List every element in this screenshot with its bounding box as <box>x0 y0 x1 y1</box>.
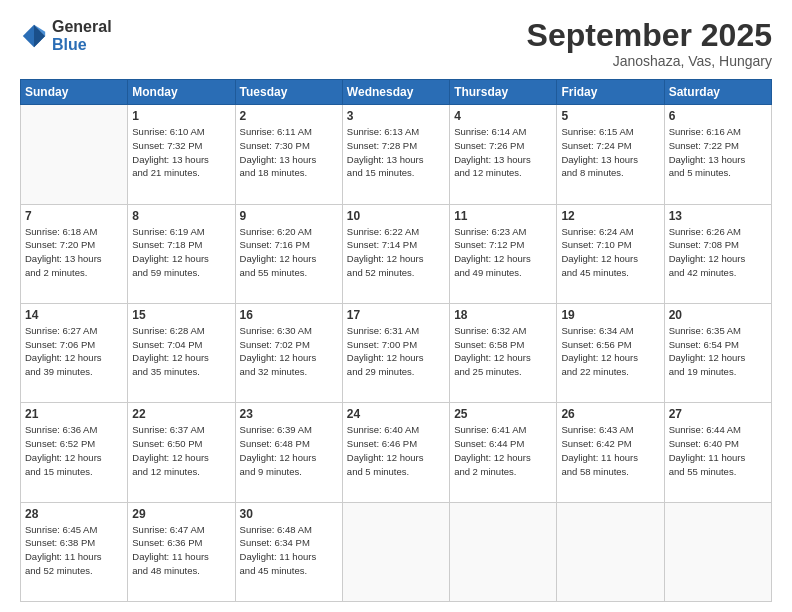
calendar-cell: 5Sunrise: 6:15 AM Sunset: 7:24 PM Daylig… <box>557 105 664 204</box>
calendar-cell: 19Sunrise: 6:34 AM Sunset: 6:56 PM Dayli… <box>557 303 664 402</box>
calendar-week-row: 28Sunrise: 6:45 AM Sunset: 6:38 PM Dayli… <box>21 502 772 601</box>
weekday-header: Saturday <box>664 80 771 105</box>
calendar-cell <box>21 105 128 204</box>
day-info: Sunrise: 6:26 AM Sunset: 7:08 PM Dayligh… <box>669 225 767 280</box>
day-info: Sunrise: 6:45 AM Sunset: 6:38 PM Dayligh… <box>25 523 123 578</box>
calendar-cell <box>450 502 557 601</box>
day-info: Sunrise: 6:28 AM Sunset: 7:04 PM Dayligh… <box>132 324 230 379</box>
day-info: Sunrise: 6:16 AM Sunset: 7:22 PM Dayligh… <box>669 125 767 180</box>
day-info: Sunrise: 6:47 AM Sunset: 6:36 PM Dayligh… <box>132 523 230 578</box>
calendar-cell: 30Sunrise: 6:48 AM Sunset: 6:34 PM Dayli… <box>235 502 342 601</box>
day-number: 4 <box>454 109 552 123</box>
calendar-cell: 10Sunrise: 6:22 AM Sunset: 7:14 PM Dayli… <box>342 204 449 303</box>
day-number: 11 <box>454 209 552 223</box>
calendar-cell <box>557 502 664 601</box>
calendar-cell: 12Sunrise: 6:24 AM Sunset: 7:10 PM Dayli… <box>557 204 664 303</box>
calendar-cell <box>664 502 771 601</box>
logo-text: General Blue <box>52 18 112 53</box>
day-info: Sunrise: 6:23 AM Sunset: 7:12 PM Dayligh… <box>454 225 552 280</box>
svg-marker-1 <box>34 24 45 46</box>
weekday-header: Tuesday <box>235 80 342 105</box>
calendar-cell: 1Sunrise: 6:10 AM Sunset: 7:32 PM Daylig… <box>128 105 235 204</box>
day-info: Sunrise: 6:39 AM Sunset: 6:48 PM Dayligh… <box>240 423 338 478</box>
day-info: Sunrise: 6:15 AM Sunset: 7:24 PM Dayligh… <box>561 125 659 180</box>
day-info: Sunrise: 6:35 AM Sunset: 6:54 PM Dayligh… <box>669 324 767 379</box>
weekday-header: Monday <box>128 80 235 105</box>
calendar-cell: 6Sunrise: 6:16 AM Sunset: 7:22 PM Daylig… <box>664 105 771 204</box>
calendar-cell: 25Sunrise: 6:41 AM Sunset: 6:44 PM Dayli… <box>450 403 557 502</box>
page: General Blue September 2025 Janoshaza, V… <box>0 0 792 612</box>
calendar-week-row: 21Sunrise: 6:36 AM Sunset: 6:52 PM Dayli… <box>21 403 772 502</box>
day-info: Sunrise: 6:24 AM Sunset: 7:10 PM Dayligh… <box>561 225 659 280</box>
day-number: 26 <box>561 407 659 421</box>
day-number: 6 <box>669 109 767 123</box>
day-info: Sunrise: 6:32 AM Sunset: 6:58 PM Dayligh… <box>454 324 552 379</box>
day-number: 17 <box>347 308 445 322</box>
calendar-week-row: 14Sunrise: 6:27 AM Sunset: 7:06 PM Dayli… <box>21 303 772 402</box>
day-number: 9 <box>240 209 338 223</box>
calendar-table: SundayMondayTuesdayWednesdayThursdayFrid… <box>20 79 772 602</box>
day-info: Sunrise: 6:27 AM Sunset: 7:06 PM Dayligh… <box>25 324 123 379</box>
header: General Blue September 2025 Janoshaza, V… <box>20 18 772 69</box>
day-number: 2 <box>240 109 338 123</box>
day-number: 15 <box>132 308 230 322</box>
calendar-week-row: 1Sunrise: 6:10 AM Sunset: 7:32 PM Daylig… <box>21 105 772 204</box>
calendar-cell: 21Sunrise: 6:36 AM Sunset: 6:52 PM Dayli… <box>21 403 128 502</box>
calendar-cell: 16Sunrise: 6:30 AM Sunset: 7:02 PM Dayli… <box>235 303 342 402</box>
calendar-cell: 26Sunrise: 6:43 AM Sunset: 6:42 PM Dayli… <box>557 403 664 502</box>
calendar-cell: 20Sunrise: 6:35 AM Sunset: 6:54 PM Dayli… <box>664 303 771 402</box>
day-info: Sunrise: 6:19 AM Sunset: 7:18 PM Dayligh… <box>132 225 230 280</box>
title-block: September 2025 Janoshaza, Vas, Hungary <box>527 18 772 69</box>
day-number: 23 <box>240 407 338 421</box>
day-info: Sunrise: 6:41 AM Sunset: 6:44 PM Dayligh… <box>454 423 552 478</box>
logo-blue: Blue <box>52 36 112 54</box>
calendar-cell: 18Sunrise: 6:32 AM Sunset: 6:58 PM Dayli… <box>450 303 557 402</box>
day-info: Sunrise: 6:37 AM Sunset: 6:50 PM Dayligh… <box>132 423 230 478</box>
day-number: 28 <box>25 507 123 521</box>
day-info: Sunrise: 6:43 AM Sunset: 6:42 PM Dayligh… <box>561 423 659 478</box>
calendar-cell: 11Sunrise: 6:23 AM Sunset: 7:12 PM Dayli… <box>450 204 557 303</box>
day-number: 10 <box>347 209 445 223</box>
day-number: 14 <box>25 308 123 322</box>
day-info: Sunrise: 6:14 AM Sunset: 7:26 PM Dayligh… <box>454 125 552 180</box>
day-info: Sunrise: 6:44 AM Sunset: 6:40 PM Dayligh… <box>669 423 767 478</box>
day-info: Sunrise: 6:20 AM Sunset: 7:16 PM Dayligh… <box>240 225 338 280</box>
day-info: Sunrise: 6:36 AM Sunset: 6:52 PM Dayligh… <box>25 423 123 478</box>
calendar-cell: 27Sunrise: 6:44 AM Sunset: 6:40 PM Dayli… <box>664 403 771 502</box>
calendar-cell: 17Sunrise: 6:31 AM Sunset: 7:00 PM Dayli… <box>342 303 449 402</box>
day-number: 19 <box>561 308 659 322</box>
day-info: Sunrise: 6:11 AM Sunset: 7:30 PM Dayligh… <box>240 125 338 180</box>
weekday-header: Sunday <box>21 80 128 105</box>
day-number: 22 <box>132 407 230 421</box>
day-info: Sunrise: 6:30 AM Sunset: 7:02 PM Dayligh… <box>240 324 338 379</box>
calendar-cell: 14Sunrise: 6:27 AM Sunset: 7:06 PM Dayli… <box>21 303 128 402</box>
day-info: Sunrise: 6:48 AM Sunset: 6:34 PM Dayligh… <box>240 523 338 578</box>
weekday-header: Wednesday <box>342 80 449 105</box>
day-number: 24 <box>347 407 445 421</box>
day-info: Sunrise: 6:22 AM Sunset: 7:14 PM Dayligh… <box>347 225 445 280</box>
day-number: 27 <box>669 407 767 421</box>
calendar-cell: 4Sunrise: 6:14 AM Sunset: 7:26 PM Daylig… <box>450 105 557 204</box>
weekday-header: Thursday <box>450 80 557 105</box>
weekday-header: Friday <box>557 80 664 105</box>
calendar-cell: 29Sunrise: 6:47 AM Sunset: 6:36 PM Dayli… <box>128 502 235 601</box>
month-title: September 2025 <box>527 18 772 53</box>
calendar-cell: 22Sunrise: 6:37 AM Sunset: 6:50 PM Dayli… <box>128 403 235 502</box>
day-number: 3 <box>347 109 445 123</box>
calendar-week-row: 7Sunrise: 6:18 AM Sunset: 7:20 PM Daylig… <box>21 204 772 303</box>
weekday-header-row: SundayMondayTuesdayWednesdayThursdayFrid… <box>21 80 772 105</box>
logo-icon <box>20 22 48 50</box>
day-info: Sunrise: 6:18 AM Sunset: 7:20 PM Dayligh… <box>25 225 123 280</box>
calendar-cell: 28Sunrise: 6:45 AM Sunset: 6:38 PM Dayli… <box>21 502 128 601</box>
day-info: Sunrise: 6:34 AM Sunset: 6:56 PM Dayligh… <box>561 324 659 379</box>
logo-general: General <box>52 18 112 36</box>
calendar-cell: 7Sunrise: 6:18 AM Sunset: 7:20 PM Daylig… <box>21 204 128 303</box>
calendar-cell: 8Sunrise: 6:19 AM Sunset: 7:18 PM Daylig… <box>128 204 235 303</box>
day-info: Sunrise: 6:40 AM Sunset: 6:46 PM Dayligh… <box>347 423 445 478</box>
day-number: 21 <box>25 407 123 421</box>
calendar-cell: 2Sunrise: 6:11 AM Sunset: 7:30 PM Daylig… <box>235 105 342 204</box>
calendar-cell: 13Sunrise: 6:26 AM Sunset: 7:08 PM Dayli… <box>664 204 771 303</box>
day-number: 29 <box>132 507 230 521</box>
day-number: 30 <box>240 507 338 521</box>
logo: General Blue <box>20 18 112 53</box>
